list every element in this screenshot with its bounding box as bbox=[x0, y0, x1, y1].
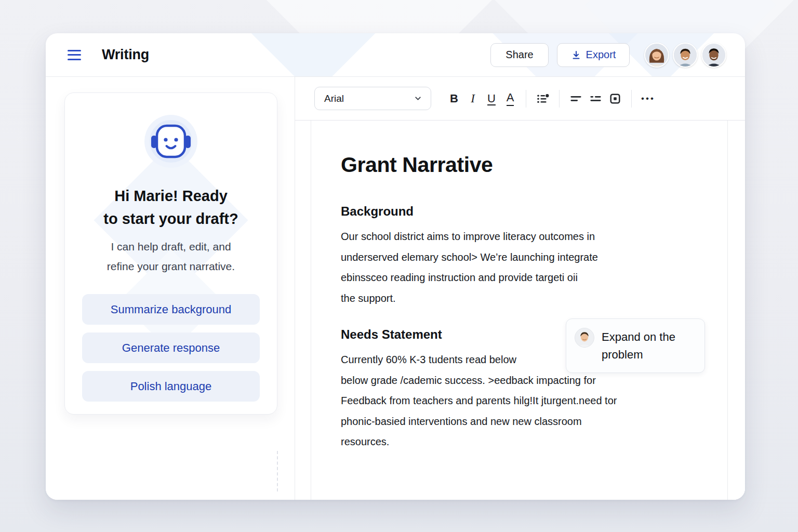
assistant-card: Hi Marie! Ready to start your draft? I c… bbox=[64, 92, 277, 415]
paragraph-line: ebinssceo reading instruction and provid… bbox=[341, 268, 710, 288]
chevron-down-icon bbox=[414, 94, 422, 103]
app-window: Writing Share Export bbox=[46, 33, 745, 500]
collaborator-avatar-1[interactable] bbox=[644, 43, 669, 68]
editor-panel: Arial B I U A bbox=[295, 77, 745, 500]
section-heading-background: Background bbox=[341, 204, 710, 219]
app-title: Writing bbox=[102, 47, 149, 63]
collaborator-avatars bbox=[644, 43, 726, 68]
formatting-toolbar: Arial B I U A bbox=[295, 77, 745, 121]
assistant-greeting: Hi Marie! Ready to start your draft? bbox=[74, 184, 268, 230]
toolbar-divider bbox=[631, 90, 632, 108]
commenter-avatar bbox=[575, 328, 594, 348]
paragraph-line: below grade /cademic success. >eedback i… bbox=[341, 370, 710, 391]
app-header: Writing Share Export bbox=[46, 33, 745, 77]
text-color-button[interactable]: A bbox=[501, 88, 520, 109]
download-icon bbox=[571, 50, 581, 60]
insert-frame-button[interactable] bbox=[605, 88, 625, 109]
page-edge-left bbox=[311, 121, 311, 500]
paragraph-line: resources. bbox=[341, 432, 710, 453]
more-options-button[interactable]: ••• bbox=[638, 88, 658, 109]
document-content[interactable]: Grant Narrative Background Our school di… bbox=[341, 153, 710, 453]
line-spacing-button[interactable] bbox=[586, 88, 605, 109]
collaborator-avatar-3[interactable] bbox=[701, 43, 726, 68]
paragraph-line: phonic-basied interventions and new new … bbox=[341, 411, 710, 432]
divider-dashed bbox=[277, 451, 278, 491]
bullet-list-button[interactable] bbox=[533, 88, 553, 109]
paragraph-line: underserved elemary school> We’re launch… bbox=[341, 247, 710, 268]
menu-button[interactable] bbox=[66, 49, 82, 61]
line-spacing-icon bbox=[589, 92, 602, 105]
assistant-actions: Summarize background Generate response P… bbox=[82, 294, 260, 402]
assistant-sidebar: Hi Marie! Ready to start your draft? I c… bbox=[46, 77, 295, 500]
document-title: Grant Narrative bbox=[341, 153, 710, 177]
align-left-icon bbox=[569, 92, 582, 105]
share-button[interactable]: Share bbox=[490, 43, 549, 67]
underline-button[interactable]: U bbox=[482, 88, 501, 109]
insert-frame-icon bbox=[608, 92, 622, 105]
action-generate-response[interactable]: Generate response bbox=[82, 332, 260, 363]
export-label: Export bbox=[586, 49, 616, 61]
document-canvas[interactable]: Grant Narrative Background Our school di… bbox=[295, 121, 745, 500]
hamburger-icon bbox=[68, 50, 81, 51]
font-family-select[interactable]: Arial bbox=[314, 87, 431, 110]
comment-suggestion-card[interactable]: Expand on the problem bbox=[566, 318, 705, 373]
action-polish-language[interactable]: Polish language bbox=[82, 371, 260, 402]
bullet-list-icon bbox=[536, 92, 550, 105]
page-edge-right bbox=[727, 121, 728, 500]
assistant-description: I can help draft, edit, and refine your … bbox=[79, 237, 262, 276]
font-family-value: Arial bbox=[324, 93, 344, 104]
paragraph-line: the support. bbox=[341, 288, 710, 309]
ellipsis-icon: ••• bbox=[641, 94, 655, 104]
background-paragraph: Our school district aims to improve lite… bbox=[341, 227, 710, 309]
italic-button[interactable]: I bbox=[463, 88, 482, 109]
collaborator-avatar-2[interactable] bbox=[673, 43, 698, 68]
paragraph-line: Our school district aims to improve lite… bbox=[341, 227, 710, 247]
bold-button[interactable]: B bbox=[445, 88, 463, 109]
paragraph-line: Feedback from teachers and parents hilg!… bbox=[341, 391, 710, 411]
align-button[interactable] bbox=[566, 88, 586, 109]
header-actions: Share Export bbox=[490, 43, 726, 68]
action-summarize-background[interactable]: Summarize background bbox=[82, 294, 260, 325]
robot-face-icon bbox=[65, 115, 277, 169]
toolbar-divider bbox=[526, 90, 526, 108]
comment-suggestion-label: Expand on the problem bbox=[602, 328, 696, 364]
avatar-image bbox=[674, 44, 697, 66]
toolbar-divider bbox=[559, 90, 560, 108]
avatar-image bbox=[645, 44, 668, 66]
export-button[interactable]: Export bbox=[557, 43, 630, 67]
avatar-image bbox=[702, 44, 725, 66]
